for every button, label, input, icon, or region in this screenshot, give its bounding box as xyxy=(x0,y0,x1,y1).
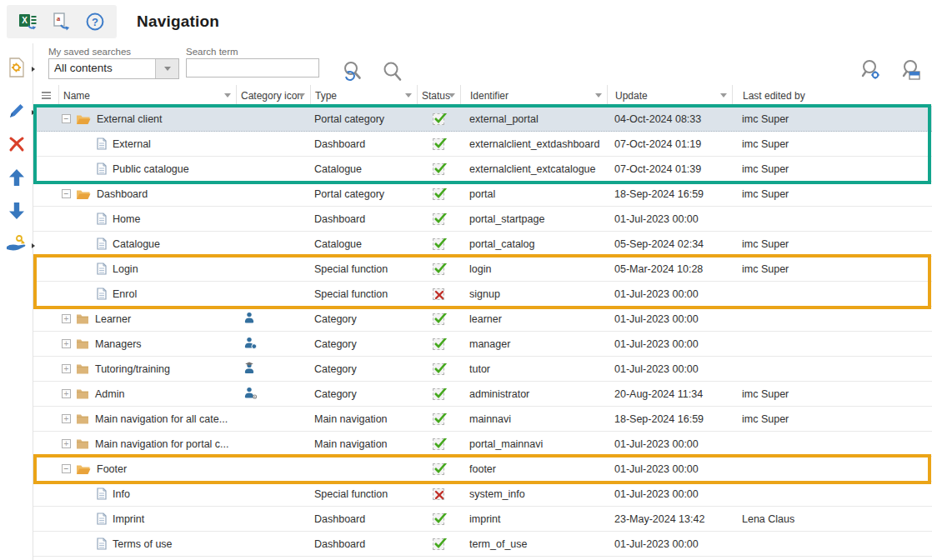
name-cell[interactable]: Enrol xyxy=(58,282,236,306)
saved-searches-dropdown-button[interactable] xyxy=(155,59,178,78)
reset-search-icon[interactable] xyxy=(341,60,363,82)
filter-icon[interactable] xyxy=(224,93,231,98)
identifier-cell: term_of_use xyxy=(460,538,607,550)
name-cell[interactable]: Home xyxy=(58,207,236,231)
assign-button[interactable] xyxy=(4,235,29,257)
table-row[interactable]: LoginSpecial functionlogin05-Mar-2024 10… xyxy=(33,257,932,282)
status-cell xyxy=(417,338,460,350)
status-cell xyxy=(417,538,460,550)
name-cell[interactable]: +Admin xyxy=(58,382,236,406)
name-cell[interactable]: Imprint xyxy=(58,507,236,531)
column-header-identifier[interactable]: Identifier xyxy=(460,85,607,106)
row-name-label: Terms of use xyxy=(113,538,173,550)
status-cell xyxy=(417,463,460,475)
folder-open-icon xyxy=(76,463,91,475)
expand-toggle[interactable]: + xyxy=(62,414,71,423)
row-name-label: Imprint xyxy=(113,513,144,525)
delete-button[interactable] xyxy=(4,135,29,157)
collapse-toggle[interactable]: − xyxy=(62,114,71,123)
name-cell[interactable]: Login xyxy=(58,257,236,281)
status-active-check-icon xyxy=(433,238,444,250)
name-cell[interactable]: −Footer xyxy=(58,457,236,481)
table-row[interactable]: HomeDashboardportal_startpage01-Jul-2023… xyxy=(33,207,932,232)
edit-button[interactable] xyxy=(4,102,29,123)
name-cell[interactable]: Catalogue xyxy=(58,232,236,256)
top-header: Xa? Navigation xyxy=(0,0,932,43)
name-cell[interactable]: +Managers xyxy=(58,332,236,356)
expand-toggle[interactable]: + xyxy=(62,389,71,398)
last-edited-by-cell: imc Super xyxy=(732,188,932,200)
name-cell[interactable]: +Main navigation for all cate... xyxy=(58,407,236,431)
table-row[interactable]: Public catalogueCatalogueexternalclient_… xyxy=(33,157,932,182)
collapse-toggle[interactable]: − xyxy=(62,189,71,198)
status-active-check-icon xyxy=(433,213,444,225)
column-header-last-edited-by[interactable]: Last edited by xyxy=(732,85,932,106)
row-handle-header[interactable] xyxy=(33,85,58,106)
search-term-input[interactable] xyxy=(186,58,319,78)
filter-icon[interactable] xyxy=(448,93,455,98)
table-row[interactable]: −Footerfooter01-Jul-2023 00:00 xyxy=(33,457,932,482)
name-cell[interactable]: Terms of use xyxy=(58,532,236,556)
expand-toggle[interactable]: + xyxy=(62,439,71,448)
table-row[interactable]: +LearnerCategorylearner01-Jul-2023 00:00 xyxy=(33,307,932,332)
expand-toggle[interactable]: + xyxy=(62,364,71,373)
table-row[interactable]: +AdminCategoryadministrator20-Aug-2024 1… xyxy=(33,382,932,407)
column-header-name[interactable]: Name xyxy=(58,85,236,106)
table-row[interactable]: ImprintDashboardimprint23-May-2024 13:42… xyxy=(33,507,932,532)
status-inactive-cross-icon xyxy=(433,288,444,300)
saved-search-profiles-icon[interactable] xyxy=(899,58,920,80)
filter-icon[interactable] xyxy=(720,93,727,98)
identifier-cell: externalclient_extcatalogue xyxy=(460,163,607,175)
table-row[interactable]: −DashboardPortal categoryportal18-Sep-20… xyxy=(33,182,932,207)
name-cell[interactable]: Info xyxy=(58,482,236,506)
saved-searches-select[interactable]: All contents xyxy=(48,58,179,79)
navigation-table: Name Category icon Type Status Identifie… xyxy=(33,85,932,557)
column-header-category-icon[interactable]: Category icon xyxy=(236,85,310,106)
type-cell: Category xyxy=(310,313,417,325)
filter-icon[interactable] xyxy=(298,93,305,98)
name-cell[interactable]: +Tutoring/training xyxy=(58,357,236,381)
search-bar: My saved searches All contents Search te… xyxy=(33,43,932,85)
column-header-type[interactable]: Type xyxy=(310,85,417,106)
table-row[interactable]: +Main navigation for portal c...Main nav… xyxy=(33,432,932,457)
excel-export-icon[interactable]: X xyxy=(18,12,38,32)
search-settings-icon[interactable] xyxy=(859,58,880,80)
table-row[interactable]: +ManagersCategorymanager01-Jul-2023 00:0… xyxy=(33,332,932,357)
expand-toggle[interactable]: + xyxy=(62,314,71,323)
identifier-cell: portal_catalog xyxy=(460,238,607,250)
new-item-button[interactable] xyxy=(4,58,29,80)
table-row[interactable]: ExternalDashboardexternalclient_extdashb… xyxy=(33,132,932,157)
run-search-icon[interactable] xyxy=(381,60,403,82)
collapse-toggle[interactable]: − xyxy=(62,464,71,473)
column-header-status[interactable]: Status xyxy=(417,85,460,106)
help-icon[interactable]: ? xyxy=(85,12,105,32)
folder-closed-icon xyxy=(76,388,89,399)
update-cell: 05-Mar-2024 10:28 xyxy=(607,263,732,275)
name-cell[interactable]: External xyxy=(58,132,236,156)
name-cell[interactable]: +Learner xyxy=(58,307,236,331)
table-row[interactable]: InfoSpecial functionsystem_info01-Jul-20… xyxy=(33,482,932,507)
table-row[interactable]: CatalogueCatalogueportal_catalog05-Sep-2… xyxy=(33,232,932,257)
move-up-button[interactable] xyxy=(4,168,29,190)
filter-icon[interactable] xyxy=(595,93,602,98)
table-row[interactable]: +Main navigation for all cate...Main nav… xyxy=(33,407,932,432)
row-name-label: Learner xyxy=(95,313,131,325)
column-header-update[interactable]: Update xyxy=(607,85,732,106)
name-cell[interactable]: Public catalogue xyxy=(58,157,236,181)
expand-toggle[interactable]: + xyxy=(62,339,71,348)
table-row[interactable]: EnrolSpecial functionsignup01-Jul-2023 0… xyxy=(33,282,932,307)
update-cell: 01-Jul-2023 00:00 xyxy=(607,213,732,225)
status-inactive-cross-icon xyxy=(433,488,444,500)
name-cell[interactable]: −External client xyxy=(58,107,236,131)
document-icon xyxy=(97,488,107,500)
row-name-label: Dashboard xyxy=(97,188,148,200)
filter-icon[interactable] xyxy=(405,93,412,98)
move-down-button[interactable] xyxy=(4,202,29,223)
text-export-icon[interactable]: a xyxy=(52,12,72,32)
table-row[interactable]: +Tutoring/trainingCategorytutor01-Jul-20… xyxy=(33,357,932,382)
name-cell[interactable]: +Main navigation for portal c... xyxy=(58,432,236,456)
name-cell[interactable]: −Dashboard xyxy=(58,182,236,206)
table-row[interactable]: Terms of useDashboardterm_of_use01-Jul-2… xyxy=(33,532,932,557)
svg-text:?: ? xyxy=(92,16,98,28)
table-row[interactable]: −External clientPortal categoryexternal_… xyxy=(33,107,932,132)
